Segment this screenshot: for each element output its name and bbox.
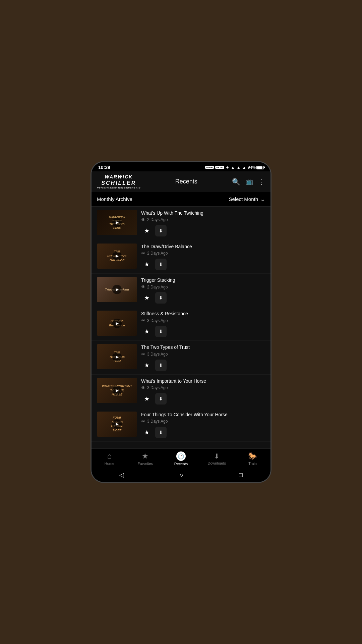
app-header: WARWICK SCHILLER Performance Horsemanshi… xyxy=(92,171,270,192)
nav-item-recents[interactable]: 🕐 Recents xyxy=(171,451,191,466)
video-title: What's Up With The Twitching xyxy=(141,210,265,216)
video-actions: ★ ⬇ xyxy=(141,259,265,270)
favorite-button[interactable]: ★ xyxy=(141,326,153,337)
list-item: StiffnessResistance ▶ Stiffness & Resist… xyxy=(92,307,270,341)
video-thumbnail[interactable]: WHAT'S IMPORTANTTO YOURHORSE ▶ xyxy=(97,378,137,403)
logo-line3: Performance Horsemanship xyxy=(97,186,141,190)
cast-icon[interactable]: 📺 xyxy=(246,178,253,185)
video-meta: 👁 2 Days Ago xyxy=(141,284,265,289)
page-title: Recents xyxy=(175,178,197,185)
play-button[interactable]: ▶ xyxy=(112,319,122,328)
favorite-button[interactable]: ★ xyxy=(141,393,153,405)
more-options-icon[interactable]: ⋮ xyxy=(258,178,265,186)
video-time: 2 Days Ago xyxy=(147,217,168,222)
nav-label-downloads: Downloads xyxy=(208,461,226,465)
favorite-button[interactable]: ★ xyxy=(141,259,153,270)
nav-label-favorites: Favorites xyxy=(138,462,153,466)
play-button[interactable]: ▶ xyxy=(112,352,122,362)
app-logo: WARWICK SCHILLER Performance Horsemanshi… xyxy=(97,174,141,190)
nav-item-downloads[interactable]: ⬇ Downloads xyxy=(207,452,227,465)
view-icon: 👁 xyxy=(141,251,145,256)
home-button[interactable]: ○ xyxy=(180,472,183,479)
video-time: 2 Days Ago xyxy=(147,285,168,289)
favorite-button[interactable]: ★ xyxy=(141,292,153,304)
video-thumbnail[interactable]: THEDRAW/DRIVEBALANCE ▶ xyxy=(97,244,137,269)
download-button[interactable]: ⬇ xyxy=(155,259,167,270)
favorite-button[interactable]: ★ xyxy=(141,225,153,236)
video-meta: 👁 3 Days Ago xyxy=(141,385,265,390)
nav-item-favorites[interactable]: ★ Favorites xyxy=(135,452,155,466)
list-item: THEDRAW/DRIVEBALANCE ▶ The Draw/Drive Ba… xyxy=(92,240,270,274)
status-bar: 10:39 VoWIFI VoLTE2 ✦ ▲ ▲ ▲ 94% xyxy=(92,162,270,171)
download-button[interactable]: ⬇ xyxy=(155,393,167,405)
video-info: Stiffness & Resistance 👁 3 Days Ago ★ ⬇ xyxy=(141,311,265,337)
video-info: The Two Types of Trust 👁 3 Days Ago ★ ⬇ xyxy=(141,344,265,371)
video-actions: ★ ⬇ xyxy=(141,225,265,236)
view-icon: 👁 xyxy=(141,217,145,222)
video-actions: ★ ⬇ xyxy=(141,427,265,438)
nav-item-train[interactable]: 🐎 Train xyxy=(243,452,263,466)
view-icon: 👁 xyxy=(141,284,145,289)
wifi-icon: ▲ xyxy=(231,165,235,170)
video-info: What's Important to Your Horse 👁 3 Days … xyxy=(141,378,265,405)
nav-item-home[interactable]: ⌂ Home xyxy=(99,452,119,466)
list-item: WHAT'S IMPORTANTTO YOURHORSE ▶ What's Im… xyxy=(92,375,270,408)
list-item: FOURTHINGSTO CON-SIDER ▶ Four Things To … xyxy=(92,408,270,442)
android-nav: ◁ ○ □ xyxy=(92,468,270,482)
nav-label-home: Home xyxy=(105,462,114,466)
video-info: The Draw/Drive Balance 👁 2 Days Ago ★ ⬇ xyxy=(141,244,265,270)
video-info: Trigger Stacking 👁 2 Days Ago ★ ⬇ xyxy=(141,277,265,304)
header-actions: 🔍 📺 ⋮ xyxy=(232,178,265,186)
favorite-button[interactable]: ★ xyxy=(141,360,153,371)
archive-bar: Monthly Archive Select Month ⌄ xyxy=(92,192,270,207)
search-icon[interactable]: 🔍 xyxy=(232,178,240,186)
download-button[interactable]: ⬇ xyxy=(155,292,167,304)
video-actions: ★ ⬇ xyxy=(141,393,265,405)
video-title: The Two Types of Trust xyxy=(141,344,265,350)
nav-label-recents: Recents xyxy=(174,462,188,466)
list-item: Trigger Stacking ▶ Trigger Stacking 👁 2 … xyxy=(92,274,270,307)
vowifi-icon: VoWIFI xyxy=(205,166,214,169)
video-time: 3 Days Ago xyxy=(147,318,168,323)
play-button[interactable]: ▶ xyxy=(112,386,122,395)
video-title: What's Important to Your Horse xyxy=(141,378,265,384)
phone-frame: 10:39 VoWIFI VoLTE2 ✦ ▲ ▲ ▲ 94% WARWICK … xyxy=(90,161,272,483)
video-meta: 👁 3 Days Ago xyxy=(141,318,265,323)
download-button[interactable]: ⬇ xyxy=(155,225,167,236)
video-thumbnail[interactable]: TRIGEMINALNERVETWITCHINGHERE ▶ xyxy=(97,210,137,235)
video-title: Stiffness & Resistance xyxy=(141,311,265,317)
logo-area: WARWICK SCHILLER Performance Horsemanshi… xyxy=(97,174,141,190)
video-actions: ★ ⬇ xyxy=(141,360,265,371)
video-time: 3 Days Ago xyxy=(147,352,168,357)
recents-icon: 🕐 xyxy=(176,451,186,461)
archive-label: Monthly Archive xyxy=(97,196,132,202)
back-button[interactable]: ◁ xyxy=(119,471,124,479)
status-time: 10:39 xyxy=(98,165,110,170)
signal-icon2: ▲ xyxy=(242,165,246,170)
downloads-icon: ⬇ xyxy=(214,452,220,460)
favorite-button[interactable]: ★ xyxy=(141,427,153,438)
list-item: TRIGEMINALNERVETWITCHINGHERE ▶ What's Up… xyxy=(92,207,270,240)
download-button[interactable]: ⬇ xyxy=(155,427,167,438)
play-button[interactable]: ▶ xyxy=(112,218,122,227)
video-meta: 👁 2 Days Ago xyxy=(141,251,265,256)
video-thumbnail[interactable]: Trigger Stacking ▶ xyxy=(97,277,137,302)
video-thumbnail[interactable]: FOURTHINGSTO CON-SIDER ▶ xyxy=(97,412,137,437)
play-button[interactable]: ▶ xyxy=(112,419,122,429)
video-title: Trigger Stacking xyxy=(141,277,265,283)
favorites-icon: ★ xyxy=(142,452,148,461)
video-thumbnail[interactable]: THETwo TypesTrust ▶ xyxy=(97,344,137,369)
play-button[interactable]: ▶ xyxy=(112,285,122,294)
list-item: THETwo TypesTrust ▶ The Two Types of Tru… xyxy=(92,341,270,374)
video-thumbnail[interactable]: StiffnessResistance ▶ xyxy=(97,311,137,336)
volte-icon: VoLTE2 xyxy=(215,166,224,169)
view-icon: 👁 xyxy=(141,385,145,390)
recent-apps-button[interactable]: □ xyxy=(239,472,243,479)
select-month-dropdown[interactable]: Select Month ⌄ xyxy=(229,196,265,203)
view-icon: 👁 xyxy=(141,419,145,424)
download-button[interactable]: ⬇ xyxy=(155,326,167,337)
nav-label-train: Train xyxy=(248,462,257,466)
video-time: 2 Days Ago xyxy=(147,251,168,256)
download-button[interactable]: ⬇ xyxy=(155,360,167,371)
play-button[interactable]: ▶ xyxy=(112,251,122,261)
